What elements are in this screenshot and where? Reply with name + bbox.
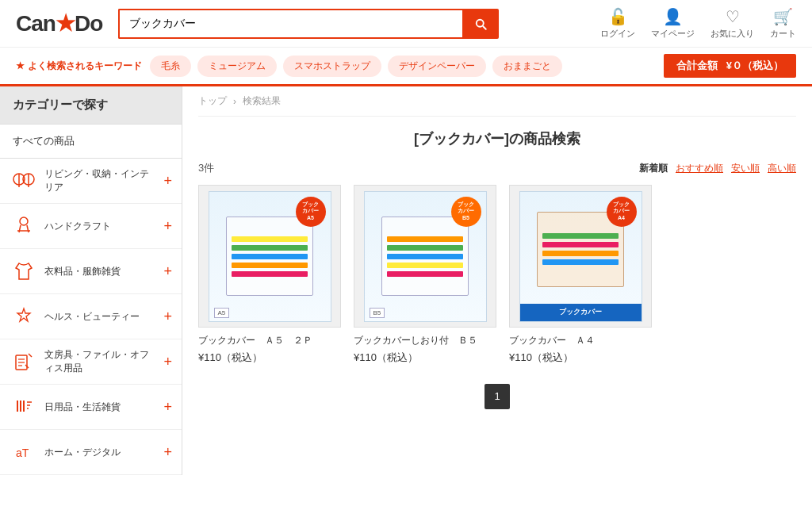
nav-mypage[interactable]: 👤 マイページ	[651, 7, 695, 40]
sidebar-all-products[interactable]: すべての商品	[0, 125, 182, 159]
header: Can★Do ブックカバー 🔓 ログイン 👤 マイページ ♡ お気に入り 🛒 カ…	[0, 0, 812, 48]
product-price-1: ¥110（税込）	[354, 351, 496, 365]
svg-line-12	[29, 354, 32, 357]
keyword-tag-1[interactable]: ミュージアム	[197, 56, 277, 77]
home-digital-icon: aT	[10, 438, 38, 466]
nav-login[interactable]: 🔓 ログイン	[600, 7, 635, 40]
sort-cheap[interactable]: 安い順	[731, 162, 760, 175]
sidebar-item-health-label: ヘルス・ビューティー	[44, 310, 157, 324]
health-icon	[10, 302, 38, 331]
nav-favorites-label: お気に入り	[710, 28, 754, 40]
stationery-icon	[10, 347, 38, 376]
keyword-tag-2[interactable]: スマホストラップ	[283, 56, 381, 77]
main-content: トップ › 検索結果 [ブックカバー]の商品検索 3件 新着順 おすすめ順 安い…	[182, 86, 812, 475]
main-layout: カテゴリーで探す すべての商品 リビング・収納・インテリア +	[0, 86, 812, 475]
page-button-1[interactable]: 1	[485, 384, 510, 409]
handcraft-icon	[10, 212, 38, 240]
sidebar-item-daily-label: 日用品・生活雑貨	[44, 401, 157, 414]
sidebar-item-daily[interactable]: 日用品・生活雑貨 +	[0, 385, 182, 430]
cart-total[interactable]: 合計金額 ¥０（税込）	[664, 54, 796, 78]
cart-total-amount: ¥０（税込）	[726, 59, 783, 71]
header-nav: 🔓 ログイン 👤 マイページ ♡ お気に入り 🛒 カート	[600, 7, 796, 40]
product-grid: ブックカバーA5 A5 ブックカバー Ａ５ ２Ｐ ¥110（税込）	[198, 185, 796, 365]
search-title: [ブックカバー]の商品検索	[198, 129, 796, 148]
heart-icon: ♡	[726, 7, 740, 26]
sidebar-item-health[interactable]: ヘルス・ビューティー +	[0, 294, 182, 339]
nav-favorites[interactable]: ♡ お気に入り	[710, 7, 754, 40]
cart-icon: 🛒	[773, 7, 793, 26]
sort-newest[interactable]: 新着順	[639, 162, 668, 175]
svg-point-4	[20, 217, 28, 225]
logo-star: ★	[56, 11, 75, 36]
results-count: 3件	[198, 161, 214, 175]
search-icon	[473, 17, 488, 31]
sidebar-item-handcraft[interactable]: ハンドクラフト +	[0, 204, 182, 249]
sort-options: 新着順 おすすめ順 安い順 高い順	[639, 162, 796, 175]
keyword-tag-3[interactable]: デザインペーパー	[388, 56, 486, 77]
daily-expand-icon: +	[163, 399, 172, 416]
keywords-bar: ★ よく検索されるキーワード 毛糸 ミュージアム スマホストラップ デザインペー…	[0, 48, 812, 86]
daily-icon	[10, 393, 38, 421]
product-name-1: ブックカバーしおり付 Ｂ５	[354, 334, 496, 347]
cart-total-label: 合計金額	[676, 59, 718, 71]
sidebar-title: カテゴリーで探す	[0, 86, 182, 125]
product-image-2: ブックカバーA4 ブックカバー	[509, 185, 652, 328]
stationery-expand-icon: +	[163, 354, 172, 370]
product-image-1: ブックカバーB5 B5	[354, 185, 496, 328]
sidebar-item-stationery[interactable]: 文房具・ファイル・オフィス用品 +	[0, 339, 182, 385]
clothing-icon	[10, 257, 38, 286]
nav-mypage-label: マイページ	[651, 28, 695, 40]
sort-recommended[interactable]: おすすめ順	[676, 162, 723, 175]
product-card-2[interactable]: ブックカバーA4 ブックカバー ブックカバー Ａ４ ¥110（税込）	[509, 185, 652, 365]
health-expand-icon: +	[163, 309, 172, 325]
keyword-tag-0[interactable]: 毛糸	[150, 56, 191, 77]
sidebar-item-clothing[interactable]: 衣料品・服飾雑貨 +	[0, 249, 182, 294]
handcraft-expand-icon: +	[163, 218, 172, 235]
breadcrumb: トップ › 検索結果	[198, 86, 796, 117]
sidebar: カテゴリーで探す すべての商品 リビング・収納・インテリア +	[0, 86, 182, 475]
product-name-0: ブックカバー Ａ５ ２Ｐ	[198, 334, 341, 347]
product-image-0: ブックカバーA5 A5	[198, 185, 341, 328]
nav-login-label: ログイン	[600, 28, 635, 40]
pagination: 1	[198, 384, 796, 409]
svg-text:aT: aT	[16, 447, 29, 459]
breadcrumb-separator: ›	[233, 96, 236, 107]
sidebar-item-clothing-label: 衣料品・服飾雑貨	[44, 265, 157, 278]
product-card-1[interactable]: ブックカバーB5 B5 ブックカバーしおり付 Ｂ５ ¥110（税込）	[354, 185, 496, 365]
mypage-icon: 👤	[663, 7, 683, 26]
sidebar-item-living-label: リビング・収納・インテリア	[44, 167, 157, 194]
keywords-list: 毛糸 ミュージアム スマホストラップ デザインペーパー おままごと	[150, 56, 664, 77]
home-digital-expand-icon: +	[163, 444, 172, 461]
product-price-0: ¥110（税込）	[198, 351, 341, 365]
living-icon	[10, 167, 38, 195]
search-area: ブックカバー	[118, 9, 499, 39]
sidebar-item-stationery-label: 文房具・ファイル・オフィス用品	[44, 348, 157, 375]
search-button[interactable]	[462, 9, 499, 39]
keywords-label: ★ よく検索されるキーワード	[16, 59, 142, 73]
sidebar-item-home-digital[interactable]: aT ホーム・デジタル +	[0, 430, 182, 475]
product-name-2: ブックカバー Ａ４	[509, 334, 652, 347]
nav-cart-label: カート	[770, 28, 796, 40]
logo[interactable]: Can★Do	[16, 10, 102, 36]
product-card-0[interactable]: ブックカバーA5 A5 ブックカバー Ａ５ ２Ｐ ¥110（税込）	[198, 185, 341, 365]
sidebar-item-handcraft-label: ハンドクラフト	[44, 220, 157, 233]
search-input[interactable]: ブックカバー	[118, 9, 462, 39]
nav-cart[interactable]: 🛒 カート	[770, 7, 796, 40]
sidebar-item-home-digital-label: ホーム・デジタル	[44, 446, 157, 459]
sidebar-item-living[interactable]: リビング・収納・インテリア +	[0, 159, 182, 204]
breadcrumb-top[interactable]: トップ	[198, 94, 227, 108]
breadcrumb-current: 検索結果	[243, 94, 281, 108]
keywords-label-text: よく検索されるキーワード	[28, 59, 142, 73]
star-icon: ★	[16, 60, 25, 71]
living-expand-icon: +	[163, 173, 172, 190]
clothing-expand-icon: +	[163, 263, 172, 280]
sort-expensive[interactable]: 高い順	[768, 162, 796, 175]
login-icon: 🔓	[608, 7, 628, 26]
product-price-2: ¥110（税込）	[509, 351, 652, 365]
results-header: 3件 新着順 おすすめ順 安い順 高い順	[198, 161, 796, 175]
keyword-tag-4[interactable]: おままごと	[492, 56, 562, 77]
